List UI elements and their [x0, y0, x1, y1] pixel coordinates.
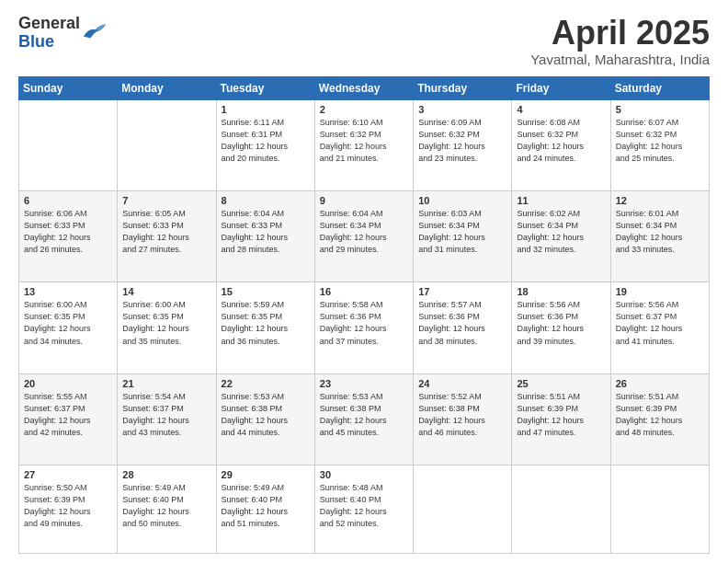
day-number: 10 [418, 195, 506, 206]
day-number: 22 [222, 378, 310, 389]
calendar-day-23: 23Sunrise: 5:53 AM Sunset: 6:38 PM Dayli… [314, 373, 413, 465]
day-number: 21 [122, 378, 210, 389]
day-number: 12 [616, 195, 704, 206]
day-info: Sunrise: 5:55 AM Sunset: 6:37 PM Dayligh… [24, 391, 112, 439]
calendar-day-18: 18Sunrise: 5:56 AM Sunset: 6:36 PM Dayli… [512, 282, 610, 373]
calendar-day-17: 17Sunrise: 5:57 AM Sunset: 6:36 PM Dayli… [414, 282, 512, 373]
day-info: Sunrise: 5:57 AM Sunset: 6:36 PM Dayligh… [418, 299, 506, 347]
calendar-day-16: 16Sunrise: 5:58 AM Sunset: 6:36 PM Dayli… [314, 282, 413, 373]
day-info: Sunrise: 6:00 AM Sunset: 6:35 PM Dayligh… [122, 299, 210, 347]
day-number: 5 [616, 104, 704, 115]
day-info: Sunrise: 5:56 AM Sunset: 6:36 PM Dayligh… [517, 299, 605, 347]
day-number: 11 [517, 195, 605, 206]
logo-blue: Blue [18, 32, 54, 51]
calendar-day-19: 19Sunrise: 5:56 AM Sunset: 6:37 PM Dayli… [610, 282, 709, 373]
day-info: Sunrise: 5:53 AM Sunset: 6:38 PM Dayligh… [222, 391, 310, 439]
calendar-day-26: 26Sunrise: 5:51 AM Sunset: 6:39 PM Dayli… [610, 373, 709, 465]
calendar-day-10: 10Sunrise: 6:03 AM Sunset: 6:34 PM Dayli… [414, 190, 512, 282]
calendar-week-row: 20Sunrise: 5:55 AM Sunset: 6:37 PM Dayli… [19, 373, 710, 465]
day-number: 20 [24, 378, 112, 389]
calendar-day-1: 1Sunrise: 6:11 AM Sunset: 6:31 PM Daylig… [216, 99, 314, 190]
day-info: Sunrise: 5:51 AM Sunset: 6:39 PM Dayligh… [616, 391, 704, 439]
calendar-day-15: 15Sunrise: 5:59 AM Sunset: 6:35 PM Dayli… [216, 282, 314, 373]
day-info: Sunrise: 5:48 AM Sunset: 6:40 PM Dayligh… [320, 482, 408, 530]
calendar-empty-cell [414, 465, 512, 554]
calendar-day-28: 28Sunrise: 5:49 AM Sunset: 6:40 PM Dayli… [118, 465, 216, 554]
calendar-day-20: 20Sunrise: 5:55 AM Sunset: 6:37 PM Dayli… [19, 373, 118, 465]
title-area: April 2025 Yavatmal, Maharashtra, India [530, 15, 710, 67]
day-info: Sunrise: 6:11 AM Sunset: 6:31 PM Dayligh… [222, 117, 310, 165]
calendar-header-tuesday: Tuesday [216, 76, 314, 99]
day-info: Sunrise: 5:50 AM Sunset: 6:39 PM Dayligh… [24, 482, 112, 530]
calendar-header-thursday: Thursday [414, 76, 512, 99]
calendar-header-monday: Monday [118, 76, 216, 99]
day-number: 9 [320, 195, 408, 206]
day-info: Sunrise: 5:51 AM Sunset: 6:39 PM Dayligh… [517, 391, 605, 439]
header: General Blue April 2025 Yavatmal, Mahara… [18, 15, 710, 67]
day-info: Sunrise: 6:03 AM Sunset: 6:34 PM Dayligh… [418, 208, 506, 256]
calendar-week-row: 6Sunrise: 6:06 AM Sunset: 6:33 PM Daylig… [19, 190, 710, 282]
calendar-week-row: 1Sunrise: 6:11 AM Sunset: 6:31 PM Daylig… [19, 99, 710, 190]
calendar-day-5: 5Sunrise: 6:07 AM Sunset: 6:32 PM Daylig… [610, 99, 709, 190]
calendar-empty-cell [610, 465, 709, 554]
day-number: 24 [418, 378, 506, 389]
day-info: Sunrise: 6:07 AM Sunset: 6:32 PM Dayligh… [616, 117, 704, 165]
logo: General Blue [18, 15, 108, 52]
day-number: 29 [222, 469, 310, 480]
location: Yavatmal, Maharashtra, India [530, 52, 710, 67]
day-number: 26 [616, 378, 704, 389]
calendar-header-friday: Friday [512, 76, 610, 99]
day-number: 14 [122, 286, 210, 297]
calendar-empty-cell [512, 465, 610, 554]
day-number: 13 [24, 286, 112, 297]
calendar-table: SundayMondayTuesdayWednesdayThursdayFrid… [18, 76, 710, 554]
calendar-day-4: 4Sunrise: 6:08 AM Sunset: 6:32 PM Daylig… [512, 99, 610, 190]
day-number: 19 [616, 286, 704, 297]
day-number: 8 [222, 195, 310, 206]
day-number: 1 [222, 104, 310, 115]
calendar-day-7: 7Sunrise: 6:05 AM Sunset: 6:33 PM Daylig… [118, 190, 216, 282]
calendar-header-saturday: Saturday [610, 76, 709, 99]
day-info: Sunrise: 5:56 AM Sunset: 6:37 PM Dayligh… [616, 299, 704, 347]
calendar-day-3: 3Sunrise: 6:09 AM Sunset: 6:32 PM Daylig… [414, 99, 512, 190]
day-info: Sunrise: 5:59 AM Sunset: 6:35 PM Dayligh… [222, 299, 310, 347]
day-info: Sunrise: 6:04 AM Sunset: 6:33 PM Dayligh… [222, 208, 310, 256]
day-info: Sunrise: 6:10 AM Sunset: 6:32 PM Dayligh… [320, 117, 408, 165]
calendar-empty-cell [19, 99, 118, 190]
day-info: Sunrise: 6:08 AM Sunset: 6:32 PM Dayligh… [517, 117, 605, 165]
day-number: 16 [320, 286, 408, 297]
calendar-header-row: SundayMondayTuesdayWednesdayThursdayFrid… [19, 76, 710, 99]
day-info: Sunrise: 6:00 AM Sunset: 6:35 PM Dayligh… [24, 299, 112, 347]
calendar-header-wednesday: Wednesday [314, 76, 413, 99]
calendar-day-30: 30Sunrise: 5:48 AM Sunset: 6:40 PM Dayli… [314, 465, 413, 554]
day-number: 17 [418, 286, 506, 297]
day-info: Sunrise: 5:53 AM Sunset: 6:38 PM Dayligh… [320, 391, 408, 439]
day-number: 4 [517, 104, 605, 115]
logo-text: General Blue [18, 15, 80, 52]
day-number: 23 [320, 378, 408, 389]
bird-icon [82, 20, 108, 42]
calendar-header-sunday: Sunday [19, 76, 118, 99]
day-number: 2 [320, 104, 408, 115]
day-number: 15 [222, 286, 310, 297]
calendar-day-9: 9Sunrise: 6:04 AM Sunset: 6:34 PM Daylig… [314, 190, 413, 282]
day-info: Sunrise: 5:54 AM Sunset: 6:37 PM Dayligh… [122, 391, 210, 439]
day-info: Sunrise: 6:01 AM Sunset: 6:34 PM Dayligh… [616, 208, 704, 256]
day-info: Sunrise: 5:49 AM Sunset: 6:40 PM Dayligh… [222, 482, 310, 530]
calendar-week-row: 27Sunrise: 5:50 AM Sunset: 6:39 PM Dayli… [19, 465, 710, 554]
calendar-day-6: 6Sunrise: 6:06 AM Sunset: 6:33 PM Daylig… [19, 190, 118, 282]
calendar-day-22: 22Sunrise: 5:53 AM Sunset: 6:38 PM Dayli… [216, 373, 314, 465]
day-number: 30 [320, 469, 408, 480]
calendar-day-24: 24Sunrise: 5:52 AM Sunset: 6:38 PM Dayli… [414, 373, 512, 465]
day-info: Sunrise: 6:05 AM Sunset: 6:33 PM Dayligh… [122, 208, 210, 256]
month-title: April 2025 [530, 15, 710, 52]
day-info: Sunrise: 5:52 AM Sunset: 6:38 PM Dayligh… [418, 391, 506, 439]
day-number: 27 [24, 469, 112, 480]
day-number: 25 [517, 378, 605, 389]
day-number: 3 [418, 104, 506, 115]
calendar-day-2: 2Sunrise: 6:10 AM Sunset: 6:32 PM Daylig… [314, 99, 413, 190]
calendar-day-14: 14Sunrise: 6:00 AM Sunset: 6:35 PM Dayli… [118, 282, 216, 373]
calendar-week-row: 13Sunrise: 6:00 AM Sunset: 6:35 PM Dayli… [19, 282, 710, 373]
day-number: 7 [122, 195, 210, 206]
calendar-day-12: 12Sunrise: 6:01 AM Sunset: 6:34 PM Dayli… [610, 190, 709, 282]
